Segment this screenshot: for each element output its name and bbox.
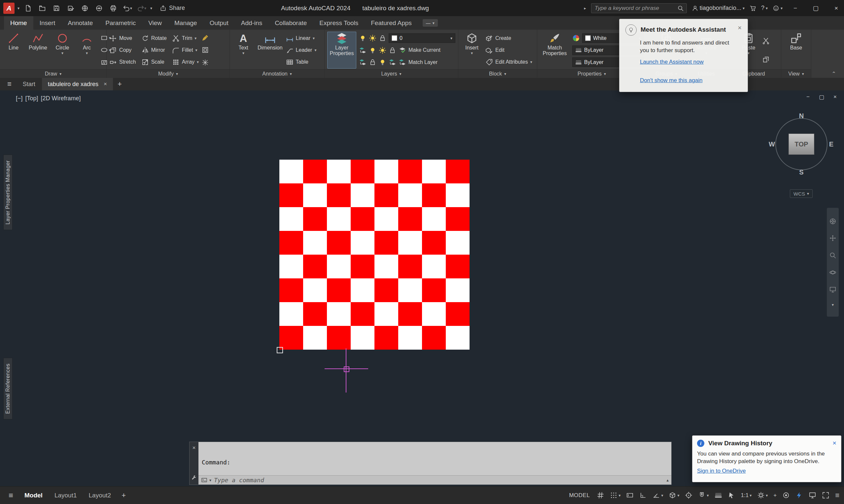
tab-annotate[interactable]: Annotate <box>62 16 99 30</box>
arc-button[interactable]: Arc ▾ <box>76 32 98 69</box>
object-snap-button[interactable]: ▾ <box>698 491 709 499</box>
command-history[interactable]: Command: Autodesk DWG. This file is a Tr… <box>199 442 671 475</box>
customization-button[interactable]: ≡ <box>835 491 839 500</box>
external-references-palette-tab[interactable]: External References <box>3 358 13 419</box>
graphics-performance-button[interactable] <box>795 491 803 499</box>
rotate-button[interactable]: Rotate <box>141 33 167 43</box>
cut-button[interactable] <box>762 37 770 45</box>
zoom-icon[interactable] <box>829 252 837 259</box>
help-search-box[interactable] <box>591 3 687 13</box>
close-button[interactable]: × <box>828 0 844 16</box>
layer-freeze-button[interactable] <box>379 47 386 54</box>
drawing-tab-close-icon[interactable]: × <box>104 81 107 87</box>
tab-collaborate[interactable]: Collaborate <box>269 16 313 30</box>
text-button[interactable]: A Text ▾ <box>232 32 254 69</box>
tab-express-tools[interactable]: Express Tools <box>313 16 364 30</box>
offset-button[interactable] <box>202 46 209 54</box>
navigation-bar[interactable]: ▾ <box>827 208 839 317</box>
copy-clip-button[interactable] <box>762 56 770 63</box>
tab-featured-apps[interactable]: Featured Apps <box>364 16 418 30</box>
edit-attributes-button[interactable]: Edit Attributes▾ <box>485 57 532 67</box>
account-menu[interactable]: tiagobonifacio... ▾ <box>692 5 745 12</box>
dimension-button[interactable]: Dimension <box>257 32 283 69</box>
assistant-dismiss-link[interactable]: Don't show me this again <box>640 77 742 84</box>
drawing-restore-icon[interactable]: ▢ <box>819 94 824 101</box>
layer-unisolate-button[interactable] <box>369 47 376 54</box>
table-button[interactable]: Table <box>286 57 317 67</box>
polar-tracking-button[interactable]: ▾ <box>653 491 663 499</box>
copy-button[interactable]: Copy <box>109 45 136 55</box>
maximize-button[interactable]: ▢ <box>808 0 824 16</box>
command-expand-icon[interactable]: ▴ <box>666 478 669 483</box>
assistant-launch-link[interactable]: Launch the Assistant now <box>640 59 742 65</box>
isodraft-button[interactable]: ▾ <box>669 491 679 499</box>
layer-off-button[interactable] <box>359 34 366 42</box>
plot-button[interactable] <box>108 3 119 14</box>
layer-thaw-button[interactable] <box>369 34 376 42</box>
tab-drawing[interactable]: tabuleiro de xadres × <box>42 78 113 90</box>
viewport-view-control[interactable]: [Top] <box>25 95 38 102</box>
app-logo[interactable]: A <box>3 3 15 14</box>
viewcube[interactable]: N S W E TOP <box>770 113 833 176</box>
move-button[interactable]: Move <box>109 33 136 43</box>
nav-wheel-icon[interactable] <box>829 218 837 225</box>
polyline-button[interactable]: Polyline <box>27 32 49 69</box>
create-block-button[interactable]: Create <box>485 33 532 43</box>
viewport-visual-style-control[interactable]: [2D Wireframe] <box>41 95 81 102</box>
command-prompt-icon[interactable] <box>201 477 207 483</box>
qat-customize-chevron-icon[interactable]: ▾ <box>150 6 152 10</box>
fullscreen-button[interactable] <box>822 491 829 499</box>
layer-lock-toggle-button[interactable] <box>389 47 396 54</box>
undo-button[interactable]: ▾ <box>122 3 133 14</box>
match-layer-button[interactable]: Match Layer <box>399 57 437 68</box>
help-menu[interactable]: ? ▾ <box>761 5 768 12</box>
panel-label-block[interactable]: Block ▾ <box>458 69 537 78</box>
status-menu-button[interactable]: ≡ <box>5 491 17 500</box>
selection-cycling-button[interactable] <box>728 491 735 499</box>
viewcube-top-face[interactable]: TOP <box>789 133 814 155</box>
tab-view[interactable]: View <box>142 16 168 30</box>
ortho-button[interactable] <box>639 491 647 499</box>
save-button[interactable] <box>51 3 62 14</box>
minimize-button[interactable]: − <box>788 0 803 16</box>
ribbon-collapse-button[interactable]: ⌃ <box>832 71 836 77</box>
explode-button[interactable] <box>202 59 209 66</box>
history-popup-close-button[interactable]: × <box>832 440 837 446</box>
layer-properties-button[interactable]: Layer Properties <box>327 32 356 69</box>
onedrive-signin-link[interactable]: Sign in to OneDrive <box>697 468 746 474</box>
dynamic-input-button[interactable] <box>626 491 634 499</box>
layer-walk-button[interactable] <box>359 58 366 66</box>
annotation-scale-button[interactable]: 1:1▾ <box>741 492 752 499</box>
tab-insert[interactable]: Insert <box>33 16 62 30</box>
new-button[interactable] <box>22 3 34 14</box>
fillet-button[interactable]: Fillet▾ <box>172 45 199 55</box>
array-button[interactable]: Array▾ <box>172 57 199 67</box>
tab-output[interactable]: Output <box>203 16 235 30</box>
layout2-tab[interactable]: Layout2 <box>84 492 116 499</box>
lineweight-toggle-button[interactable] <box>714 491 722 499</box>
layer-isolate-button[interactable] <box>359 47 366 54</box>
panel-label-view[interactable]: View ▾ <box>781 69 811 78</box>
search-expand-icon[interactable]: ▸ <box>584 6 586 10</box>
open-button[interactable] <box>37 3 48 14</box>
wcs-selector[interactable]: WCS ▾ <box>790 189 813 198</box>
grid-toggle-button[interactable] <box>597 491 604 499</box>
stretch-button[interactable]: Stretch <box>109 57 136 67</box>
share-button[interactable]: Share <box>160 5 185 12</box>
pan-icon[interactable] <box>829 235 837 242</box>
command-options-chevron-icon[interactable]: ▾ <box>209 478 211 482</box>
save-as-button[interactable] <box>65 3 76 14</box>
save-to-web-button[interactable] <box>93 3 105 14</box>
show-motion-icon[interactable] <box>829 286 837 293</box>
isolate-objects-button[interactable] <box>782 491 790 499</box>
tab-add-ins[interactable]: Add-ins <box>235 16 269 30</box>
drawing-minimize-icon[interactable]: − <box>806 94 810 101</box>
open-from-web-button[interactable] <box>79 3 90 14</box>
layer-vpfreeze-button[interactable] <box>369 58 376 66</box>
tab-parametric[interactable]: Parametric <box>99 16 142 30</box>
panel-label-annotation[interactable]: Annotation ▾ <box>230 69 324 78</box>
search-input[interactable] <box>594 5 675 12</box>
match-properties-button[interactable]: Match Properties <box>540 32 570 69</box>
insert-button[interactable]: Insert ▾ <box>461 32 483 69</box>
viewcube-north[interactable]: N <box>799 112 804 120</box>
